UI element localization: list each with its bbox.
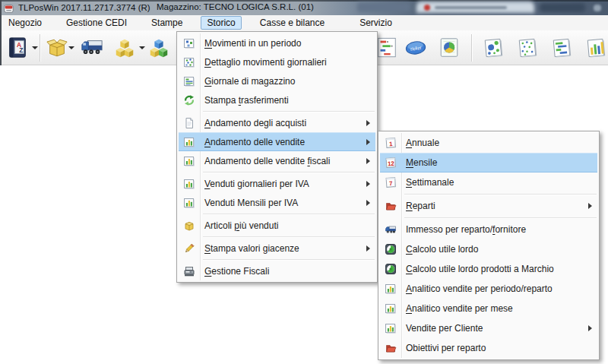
storico-menu-item-andamento-delle-vendite[interactable]: Andamento delle vendite	[179, 132, 375, 151]
storico-menu-item-stampa-valori-giacenze[interactable]: Stampa valori giacenze	[179, 239, 375, 258]
bubble-chart-icon	[482, 36, 505, 59]
toolbar-button-scatter-chart-icon[interactable]	[515, 34, 540, 62]
menu-item-label: Calcolo utile lordo	[406, 244, 478, 255]
storico-menu-item-stampa-trasferimenti[interactable]: Stampa trasferimenti	[179, 90, 375, 109]
document-icon	[183, 117, 195, 129]
chevron-down-icon	[139, 46, 145, 49]
toolbar-button-bar-chart-page-icon[interactable]	[583, 34, 608, 62]
submenu-arrow-icon	[366, 158, 370, 164]
toolbar-dropdown-arrow-open-package-icon[interactable]	[67, 34, 75, 62]
menu-item-label: Venduti giornalieri per IVA	[204, 179, 309, 189]
vendite-submenu-item-settimanale[interactable]: 7Settimanale	[380, 173, 597, 192]
storico-menu-item-andamento-delle-vendite-fiscali[interactable]: Andamento delle vendite fiscali	[179, 151, 375, 170]
storico-menu-item-venduti-mensili-per-iva[interactable]: Venduti Mensili per IVA	[179, 193, 375, 212]
small-truck-icon	[385, 223, 397, 236]
yellow-cubes-icon	[113, 36, 136, 59]
tlposwin-window: TLPosWin 2017.11.2717.3774 (R) Magazzino…	[0, 0, 608, 364]
vendite-submenu-item-obiettivi-per-reparto[interactable]: Obiettivi per reparto	[380, 338, 597, 358]
submenu-arrow-icon	[366, 181, 370, 187]
vendite-submenu-item-reparti[interactable]: Reparti	[380, 196, 597, 216]
toolbar-button-open-package-icon[interactable]	[44, 34, 70, 62]
submenu-arrow-icon	[366, 120, 370, 126]
menubar-item-casse-e-bilance[interactable]: Casse e bilance	[254, 16, 331, 30]
toolbar-button-gantt-chart-icon[interactable]	[549, 34, 575, 62]
chevron-down-icon	[32, 46, 38, 49]
menubar-item-negozio[interactable]: Negozio	[2, 16, 48, 30]
menubar-item-servizio[interactable]: Servizio	[353, 16, 398, 30]
menu-item-label: Gestione Fiscali	[204, 266, 269, 277]
scatter-chart-icon	[516, 36, 539, 59]
toolbar-dropdown-arrow-yellow-cubes-icon[interactable]	[138, 34, 146, 62]
toolbar-separator	[40, 34, 41, 62]
menu-item-label: Stampa trasferimenti	[204, 95, 289, 106]
background-tab-favicon-blur	[424, 5, 430, 11]
mini-bar-chart-icon	[183, 178, 195, 190]
window-title: TLPosWin 2017.11.2717.3774 (R)	[18, 3, 150, 12]
menu-item-label: Andamento delle vendite fiscali	[204, 156, 330, 166]
submenu-arrow-icon	[366, 200, 370, 206]
mini-bar-chart-icon	[183, 197, 195, 209]
menubar-item-storico[interactable]: Storico	[201, 16, 241, 30]
toolbar-button-truck-icon[interactable]	[79, 34, 105, 62]
storico-menu-item-giornale-di-magazzino[interactable]: Giornale di magazzino	[179, 71, 375, 90]
vendite-submenu-item-immesso-per-reparto-fornitore[interactable]: Immesso per reparto/fornitore	[380, 220, 597, 239]
menu-item-label: Giornale di magazzino	[204, 76, 295, 87]
toolbar-dropdown-arrow-az-catalog-icon[interactable]	[30, 34, 39, 62]
storico-menu-item-movimenti-in-un-periodo[interactable]: Movimenti in un periodo	[179, 33, 375, 52]
truck-icon	[81, 36, 103, 59]
background-control-blur	[594, 5, 601, 11]
toolbar-button-pie-chart-book-icon[interactable]	[436, 34, 462, 62]
toolbar-button-yellow-cubes-icon[interactable]	[112, 34, 138, 62]
pie-chart-book-icon	[438, 36, 461, 59]
green-globe-icon	[385, 263, 397, 275]
submenu-arrow-icon	[366, 139, 370, 145]
vendite-submenu-item-vendite-per-cliente[interactable]: Vendite per Cliente	[380, 318, 597, 338]
app-icon	[4, 3, 14, 13]
storico-menu-item-gestione-fiscali[interactable]: Gestione Fiscali	[179, 261, 375, 280]
toolbar-button-az-catalog-icon[interactable]: AZ	[5, 34, 30, 62]
toolbar-button-bubble-chart-icon[interactable]	[480, 34, 506, 62]
submenu-arrow-icon	[588, 325, 592, 331]
vendite-submenu: 1Annuale12Mensile7SettimanaleRepartiImme…	[378, 131, 600, 360]
ticket-icon: ticket	[404, 36, 427, 59]
window-left-border	[0, 0, 2, 65]
storico-menu-item-dettaglio-movimenti-giornalieri[interactable]: Dettaglio movimenti giornalieri	[179, 52, 375, 71]
vendite-submenu-item-analitico-vendite-per-mese[interactable]: Analitico vendite per mese	[380, 299, 597, 318]
report-lines-icon	[183, 75, 195, 87]
gantt-chart-icon	[550, 36, 573, 59]
toolbar-button-ticket-icon[interactable]: ticket	[403, 34, 429, 62]
menu-item-label: Analitico vendite per periodo/reparto	[406, 283, 553, 294]
bar-chart-page-icon	[584, 36, 607, 59]
menu-item-label: Andamento degli acquisti	[204, 118, 306, 128]
magazzino-label: Magazzino: TECNO LOGICA S.R.L. (01)	[157, 2, 314, 11]
mini-bar-chart-icon	[183, 136, 195, 148]
calendar-12-icon: 12	[385, 157, 397, 169]
menu-item-label: Immesso per reparto/fornitore	[406, 224, 526, 235]
toolbar-button-colored-gantt-icon[interactable]	[374, 34, 400, 62]
vendite-submenu-item-analitico-vendite-per-periodo-reparto[interactable]: Analitico vendite per periodo/reparto	[380, 279, 597, 299]
calendar-7-icon: 7	[385, 176, 397, 188]
storico-menu-item-venduti-giornalieri-per-iva[interactable]: Venduti giornalieri per IVA	[179, 174, 375, 193]
menubar-item-stampe[interactable]: Stampe	[145, 16, 188, 30]
vendite-submenu-item-annuale[interactable]: 1Annuale	[380, 133, 597, 153]
menu-item-label: Andamento delle vendite	[204, 137, 305, 147]
scatter-frame-icon	[183, 56, 195, 68]
background-tab-title-blur	[435, 6, 507, 9]
vendite-submenu-item-calcolo-utile-lordo-prodotti-a-marchio[interactable]: Calcolo utile lordo prodotti a Marchio	[380, 259, 597, 279]
open-package-icon	[46, 36, 68, 59]
storico-menu-item-andamento-degli-acquisti[interactable]: Andamento degli acquisti	[179, 113, 375, 132]
menu-item-label: Vendite per Cliente	[406, 323, 483, 334]
vendite-submenu-item-mensile[interactable]: 12Mensile	[380, 153, 597, 173]
colored-gantt-icon	[375, 36, 398, 59]
toolbar-button-colored-cubes-icon[interactable]	[146, 34, 172, 62]
green-globe-icon	[385, 243, 397, 255]
menubar-item-gestione-cedi[interactable]: Gestione CEDI	[60, 16, 133, 30]
submenu-arrow-icon	[588, 203, 592, 209]
menu-item-label: Settimanale	[406, 177, 454, 188]
storico-menu-item-articoli-pi-venduti[interactable]: Articoli più venduti	[179, 216, 375, 235]
menu-item-label: Calcolo utile lordo prodotti a Marchio	[406, 264, 554, 274]
svg-text:Z: Z	[19, 46, 23, 54]
vendite-submenu-item-calcolo-utile-lordo[interactable]: Calcolo utile lordo	[380, 239, 597, 259]
menu-item-label: Reparti	[406, 201, 435, 211]
submenu-arrow-icon	[366, 245, 370, 252]
